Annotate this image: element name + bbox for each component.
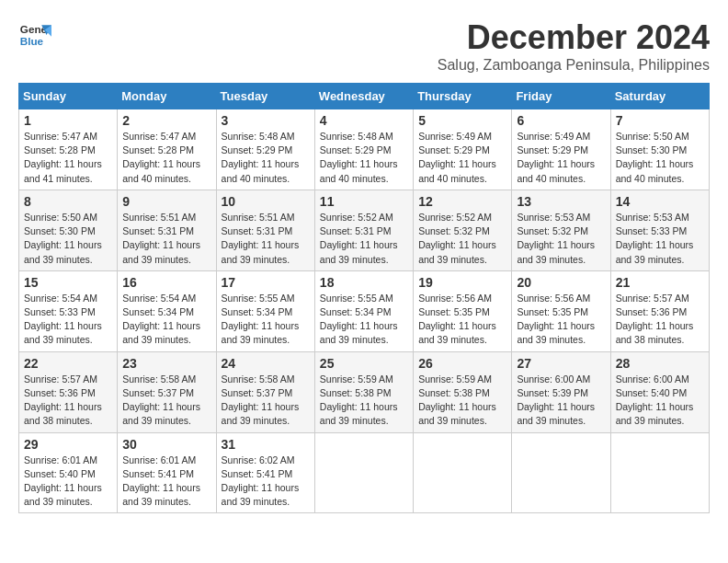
day-number: 15 (24, 275, 112, 290)
day-info: Sunrise: 5:54 AMSunset: 5:34 PMDaylight:… (122, 293, 200, 346)
day-number: 18 (320, 275, 408, 290)
day-info: Sunrise: 5:58 AMSunset: 5:37 PMDaylight:… (222, 373, 300, 427)
table-row: 28 Sunrise: 6:00 AMSunset: 5:40 PMDaylig… (610, 351, 709, 432)
table-row: 17 Sunrise: 5:55 AMSunset: 5:34 PMDaylig… (216, 270, 314, 351)
col-friday: Friday (512, 84, 610, 109)
day-info: Sunrise: 6:00 AMSunset: 5:40 PMDaylight:… (616, 373, 694, 427)
calendar-table: Sunday Monday Tuesday Wednesday Thursday… (18, 83, 710, 513)
table-row (314, 432, 413, 513)
calendar-week-row: 1 Sunrise: 5:47 AMSunset: 5:28 PMDayligh… (19, 109, 710, 190)
day-number: 23 (122, 356, 210, 371)
day-info: Sunrise: 6:02 AMSunset: 5:41 PMDaylight:… (222, 454, 300, 508)
table-row (610, 432, 709, 513)
table-row: 8 Sunrise: 5:50 AMSunset: 5:30 PMDayligh… (19, 190, 118, 270)
col-sunday: Sunday (19, 84, 118, 109)
day-number: 31 (222, 437, 310, 452)
day-info: Sunrise: 5:48 AMSunset: 5:29 PMDaylight:… (222, 131, 300, 184)
table-row: 18 Sunrise: 5:55 AMSunset: 5:34 PMDaylig… (314, 270, 413, 351)
day-number: 9 (122, 194, 210, 209)
day-number: 6 (517, 113, 605, 128)
table-row: 20 Sunrise: 5:56 AMSunset: 5:35 PMDaylig… (512, 270, 610, 351)
table-row: 14 Sunrise: 5:53 AMSunset: 5:33 PMDaylig… (610, 190, 709, 270)
table-row: 1 Sunrise: 5:47 AMSunset: 5:28 PMDayligh… (19, 109, 118, 190)
day-number: 16 (122, 275, 210, 290)
col-saturday: Saturday (610, 84, 709, 109)
day-info: Sunrise: 5:49 AMSunset: 5:29 PMDaylight:… (418, 131, 496, 184)
page-header: General Blue December 2024 Salug, Zamboa… (18, 18, 710, 74)
day-info: Sunrise: 5:49 AMSunset: 5:29 PMDaylight:… (517, 131, 595, 184)
table-row: 22 Sunrise: 5:57 AMSunset: 5:36 PMDaylig… (19, 351, 118, 432)
day-info: Sunrise: 6:01 AMSunset: 5:40 PMDaylight:… (24, 454, 102, 508)
table-row: 19 Sunrise: 5:56 AMSunset: 5:35 PMDaylig… (414, 270, 512, 351)
day-number: 27 (517, 356, 605, 371)
day-number: 5 (418, 113, 506, 128)
day-info: Sunrise: 5:48 AMSunset: 5:29 PMDaylight:… (320, 131, 398, 184)
table-row: 2 Sunrise: 5:47 AMSunset: 5:28 PMDayligh… (118, 109, 216, 190)
table-row: 12 Sunrise: 5:52 AMSunset: 5:32 PMDaylig… (414, 190, 512, 270)
day-info: Sunrise: 5:50 AMSunset: 5:30 PMDaylight:… (24, 212, 102, 265)
day-info: Sunrise: 5:59 AMSunset: 5:38 PMDaylight:… (418, 373, 496, 427)
table-row: 30 Sunrise: 6:01 AMSunset: 5:41 PMDaylig… (118, 432, 216, 513)
table-row: 24 Sunrise: 5:58 AMSunset: 5:37 PMDaylig… (216, 351, 314, 432)
table-row: 31 Sunrise: 6:02 AMSunset: 5:41 PMDaylig… (216, 432, 314, 513)
table-row: 27 Sunrise: 6:00 AMSunset: 5:39 PMDaylig… (512, 351, 610, 432)
title-block: December 2024 Salug, Zamboanga Peninsula… (438, 18, 710, 74)
day-number: 21 (616, 275, 704, 290)
table-row: 26 Sunrise: 5:59 AMSunset: 5:38 PMDaylig… (414, 351, 512, 432)
day-info: Sunrise: 6:01 AMSunset: 5:41 PMDaylight:… (122, 454, 200, 508)
col-wednesday: Wednesday (314, 84, 413, 109)
day-number: 19 (418, 275, 506, 290)
table-row: 13 Sunrise: 5:53 AMSunset: 5:32 PMDaylig… (512, 190, 610, 270)
table-row: 29 Sunrise: 6:01 AMSunset: 5:40 PMDaylig… (19, 432, 118, 513)
day-number: 26 (418, 356, 506, 371)
day-number: 7 (616, 113, 704, 128)
day-number: 8 (24, 194, 112, 209)
day-number: 13 (517, 194, 605, 209)
day-number: 25 (320, 356, 408, 371)
day-number: 30 (122, 437, 210, 452)
table-row: 11 Sunrise: 5:52 AMSunset: 5:31 PMDaylig… (314, 190, 413, 270)
calendar-week-row: 29 Sunrise: 6:01 AMSunset: 5:40 PMDaylig… (19, 432, 710, 513)
day-number: 10 (222, 194, 310, 209)
day-info: Sunrise: 5:55 AMSunset: 5:34 PMDaylight:… (222, 293, 300, 346)
day-info: Sunrise: 5:53 AMSunset: 5:33 PMDaylight:… (616, 212, 694, 265)
day-info: Sunrise: 5:58 AMSunset: 5:37 PMDaylight:… (122, 373, 200, 427)
month-title: December 2024 (438, 18, 710, 57)
table-row: 5 Sunrise: 5:49 AMSunset: 5:29 PMDayligh… (414, 109, 512, 190)
day-number: 4 (320, 113, 408, 128)
day-info: Sunrise: 5:52 AMSunset: 5:31 PMDaylight:… (320, 212, 398, 265)
day-info: Sunrise: 5:57 AMSunset: 5:36 PMDaylight:… (616, 293, 694, 346)
table-row: 23 Sunrise: 5:58 AMSunset: 5:37 PMDaylig… (118, 351, 216, 432)
table-row: 21 Sunrise: 5:57 AMSunset: 5:36 PMDaylig… (610, 270, 709, 351)
calendar-week-row: 22 Sunrise: 5:57 AMSunset: 5:36 PMDaylig… (19, 351, 710, 432)
day-info: Sunrise: 5:47 AMSunset: 5:28 PMDaylight:… (24, 131, 102, 184)
day-number: 17 (222, 275, 310, 290)
col-thursday: Thursday (414, 84, 512, 109)
day-number: 24 (222, 356, 310, 371)
day-info: Sunrise: 5:56 AMSunset: 5:35 PMDaylight:… (418, 293, 496, 346)
day-info: Sunrise: 5:55 AMSunset: 5:34 PMDaylight:… (320, 293, 398, 346)
col-tuesday: Tuesday (216, 84, 314, 109)
table-row (512, 432, 610, 513)
calendar-header-row: Sunday Monday Tuesday Wednesday Thursday… (19, 84, 710, 109)
day-info: Sunrise: 5:59 AMSunset: 5:38 PMDaylight:… (320, 373, 398, 427)
day-info: Sunrise: 5:57 AMSunset: 5:36 PMDaylight:… (24, 373, 102, 427)
svg-text:Blue: Blue (20, 35, 44, 47)
day-info: Sunrise: 5:53 AMSunset: 5:32 PMDaylight:… (517, 212, 595, 265)
day-info: Sunrise: 5:56 AMSunset: 5:35 PMDaylight:… (517, 293, 595, 346)
table-row (414, 432, 512, 513)
day-info: Sunrise: 5:50 AMSunset: 5:30 PMDaylight:… (616, 131, 694, 184)
day-info: Sunrise: 5:51 AMSunset: 5:31 PMDaylight:… (222, 212, 300, 265)
col-monday: Monday (118, 84, 216, 109)
day-number: 1 (24, 113, 112, 128)
table-row: 25 Sunrise: 5:59 AMSunset: 5:38 PMDaylig… (314, 351, 413, 432)
calendar-week-row: 15 Sunrise: 5:54 AMSunset: 5:33 PMDaylig… (19, 270, 710, 351)
logo: General Blue (18, 18, 51, 52)
day-info: Sunrise: 6:00 AMSunset: 5:39 PMDaylight:… (517, 373, 595, 427)
day-number: 14 (616, 194, 704, 209)
day-number: 2 (122, 113, 210, 128)
table-row: 6 Sunrise: 5:49 AMSunset: 5:29 PMDayligh… (512, 109, 610, 190)
table-row: 10 Sunrise: 5:51 AMSunset: 5:31 PMDaylig… (216, 190, 314, 270)
day-number: 29 (24, 437, 112, 452)
day-number: 22 (24, 356, 112, 371)
